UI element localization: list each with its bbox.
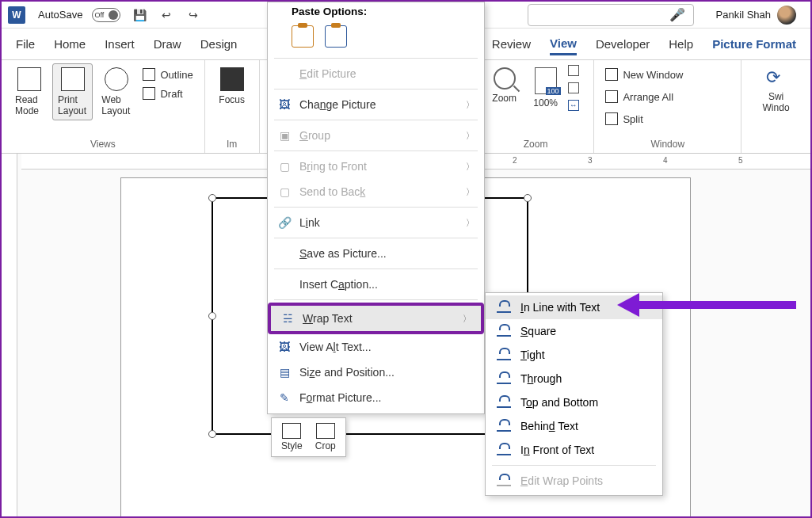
outline-button[interactable]: Outline bbox=[139, 67, 196, 82]
tab-view[interactable]: View bbox=[550, 33, 577, 55]
menu-change-picture[interactable]: 🖼Change Picture〉 bbox=[268, 92, 484, 117]
resize-handle-sw[interactable] bbox=[208, 430, 216, 438]
new-window-label: New Window bbox=[623, 69, 683, 81]
ribbon-group-immersive: Focus Im bbox=[205, 60, 260, 153]
toggle-text: Off bbox=[94, 11, 104, 19]
submenu-through[interactable]: Through bbox=[486, 367, 662, 390]
vertical-ruler[interactable] bbox=[2, 154, 17, 516]
arrange-all-button[interactable]: Arrange All bbox=[602, 89, 686, 105]
save-icon[interactable]: 💾 bbox=[132, 7, 147, 23]
submenu-tight[interactable]: Tight bbox=[486, 343, 662, 367]
zoom-icon bbox=[494, 67, 516, 90]
behind-icon bbox=[497, 421, 511, 432]
menu-view-alt-text[interactable]: 🖼View Alt Text... bbox=[268, 334, 484, 360]
menu-bring-to-front: ▢Bring to Front〉 bbox=[268, 154, 484, 179]
microphone-icon[interactable]: 🎤 bbox=[669, 7, 685, 22]
new-window-button[interactable]: New Window bbox=[602, 67, 686, 82]
split-button[interactable]: Split bbox=[602, 111, 686, 127]
annotation-arrow bbox=[638, 301, 796, 309]
crop-icon bbox=[316, 423, 335, 439]
web-layout-icon bbox=[105, 67, 128, 91]
arrange-all-label: Arrange All bbox=[623, 91, 673, 103]
tab-file[interactable]: File bbox=[16, 34, 35, 54]
draft-label: Draft bbox=[160, 88, 182, 100]
ribbon-group-switch: ⟳ Swi Windo bbox=[741, 60, 810, 153]
menu-size-position[interactable]: ▤Size and Position... bbox=[268, 360, 484, 385]
menu-save-as-picture[interactable]: Save as Picture... bbox=[268, 241, 484, 266]
submenu-behind[interactable]: Behind Text bbox=[486, 414, 662, 438]
tab-insert[interactable]: Insert bbox=[105, 34, 135, 54]
hundred-label: 100% bbox=[533, 97, 558, 109]
tab-design[interactable]: Design bbox=[200, 34, 238, 54]
switch-windows-button[interactable]: ⟳ Swi Windo bbox=[749, 63, 802, 117]
hundred-percent-button[interactable]: 100% bbox=[527, 63, 565, 112]
resize-handle-w[interactable] bbox=[208, 312, 216, 320]
submenu-in-front[interactable]: In Front of Text bbox=[486, 438, 662, 462]
resize-handle-ne[interactable] bbox=[524, 194, 532, 202]
tab-review[interactable]: Review bbox=[492, 34, 531, 54]
group-icon: ▣ bbox=[277, 128, 292, 143]
page-width-icon[interactable]: ↔ bbox=[568, 100, 579, 111]
chevron-right-icon: 〉 bbox=[466, 130, 475, 142]
tab-picture-format[interactable]: Picture Format bbox=[712, 34, 796, 54]
draft-button[interactable]: Draft bbox=[139, 86, 196, 101]
top-bottom-icon bbox=[497, 397, 511, 408]
print-layout-icon bbox=[61, 67, 85, 91]
outline-label: Outline bbox=[160, 69, 193, 81]
tab-home[interactable]: Home bbox=[54, 34, 86, 54]
submenu-square[interactable]: Square bbox=[486, 319, 662, 343]
print-layout-label: Print Layout bbox=[58, 94, 87, 116]
inline-icon bbox=[497, 302, 511, 313]
profile[interactable]: Pankil Shah bbox=[716, 6, 796, 25]
square-icon bbox=[497, 326, 511, 337]
zoom-group-label: Zoom bbox=[486, 137, 586, 151]
crop-button[interactable]: Crop bbox=[311, 423, 341, 451]
paste-keep-formatting-icon[interactable] bbox=[292, 25, 314, 48]
size-position-icon: ▤ bbox=[277, 365, 292, 379]
undo-icon[interactable]: ↩ bbox=[158, 7, 174, 23]
menu-insert-caption[interactable]: Insert Caption... bbox=[268, 272, 484, 297]
bring-front-icon: ▢ bbox=[277, 159, 292, 173]
ruler-mark: 2 bbox=[513, 156, 517, 165]
format-picture-icon: ✎ bbox=[277, 390, 292, 405]
one-page-icon[interactable] bbox=[568, 65, 579, 76]
arrange-all-icon bbox=[605, 90, 618, 103]
web-layout-button[interactable]: Web Layout bbox=[96, 63, 136, 120]
ruler-mark: 5 bbox=[738, 156, 743, 165]
toggle-knob-icon bbox=[109, 10, 118, 20]
split-label: Split bbox=[623, 113, 642, 125]
tab-help[interactable]: Help bbox=[669, 34, 693, 54]
multi-page-icon[interactable] bbox=[568, 82, 579, 93]
alt-text-icon: 🖼 bbox=[277, 340, 292, 354]
avatar-icon bbox=[777, 6, 796, 25]
tab-draw[interactable]: Draw bbox=[154, 34, 181, 54]
style-icon bbox=[282, 423, 301, 439]
print-layout-button[interactable]: Print Layout bbox=[52, 63, 93, 120]
tab-developer[interactable]: Developer bbox=[596, 34, 650, 54]
menu-format-picture[interactable]: ✎Format Picture... bbox=[268, 385, 484, 410]
menu-link[interactable]: 🔗Link〉 bbox=[268, 210, 484, 235]
submenu-top-bottom[interactable]: Top and Bottom bbox=[486, 390, 662, 414]
context-menu: Paste Options: Edit Picture 🖼Change Pict… bbox=[267, 2, 485, 414]
style-button[interactable]: Style bbox=[276, 423, 307, 451]
search-input[interactable]: 🎤 bbox=[528, 4, 694, 26]
zoom-button[interactable]: Zoom bbox=[486, 63, 524, 108]
through-icon bbox=[497, 373, 511, 384]
paste-options-header: Paste Options: bbox=[268, 2, 484, 21]
menu-wrap-text[interactable]: ☵Wrap Text〉 bbox=[268, 303, 484, 334]
chevron-right-icon: 〉 bbox=[466, 99, 475, 111]
style-label: Style bbox=[281, 440, 303, 451]
immersive-group-label: Im bbox=[213, 137, 251, 151]
views-group-label: Views bbox=[10, 137, 196, 151]
outline-icon bbox=[143, 68, 155, 81]
resize-handle-nw[interactable] bbox=[208, 194, 216, 202]
change-picture-icon: 🖼 bbox=[277, 97, 292, 112]
ruler-mark: 3 bbox=[588, 156, 593, 165]
read-mode-icon bbox=[17, 67, 41, 91]
redo-icon[interactable]: ↪ bbox=[185, 7, 201, 23]
autosave-toggle[interactable]: Off bbox=[92, 8, 120, 22]
focus-button[interactable]: Focus bbox=[213, 63, 251, 109]
menu-edit-picture: Edit Picture bbox=[268, 61, 484, 86]
read-mode-button[interactable]: Read Mode bbox=[10, 63, 49, 120]
paste-picture-icon[interactable] bbox=[325, 25, 347, 48]
